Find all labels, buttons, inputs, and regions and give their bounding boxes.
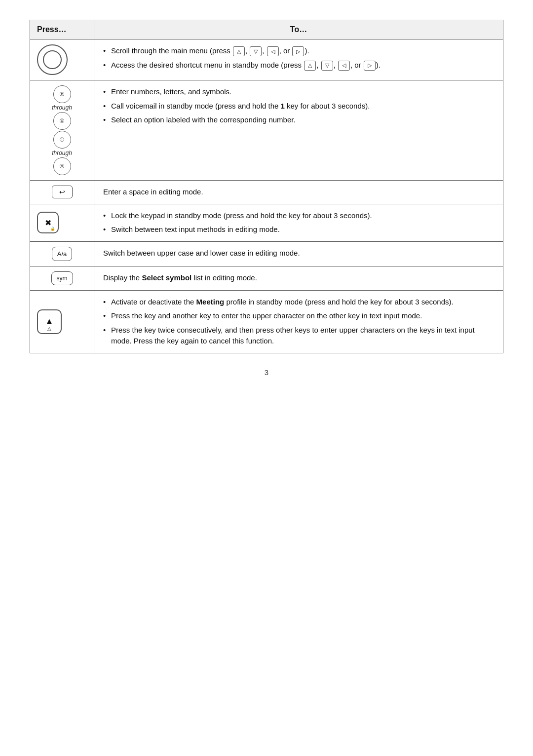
bold-1: 1 xyxy=(281,102,285,110)
press-sym: sym xyxy=(30,266,94,290)
case-description: Switch between upper case and lower case… xyxy=(103,249,300,257)
list-item: Call voicemail in standby mode (press an… xyxy=(103,101,494,112)
lock-key-icon: ✖ 🔒 xyxy=(37,212,59,233)
to-space: Enter a space in editing mode. xyxy=(94,181,503,204)
bold-meeting: Meeting xyxy=(196,298,225,306)
press-case: A/a xyxy=(30,241,94,266)
nav-circle-icon xyxy=(37,44,68,75)
key-star: ⓘ xyxy=(53,131,71,149)
press-numeric: ⓑ through ⓒ ⓘ through ⓢ xyxy=(30,80,94,181)
press-space: ↩ xyxy=(30,181,94,204)
shift-key-icon: ▲ △ xyxy=(37,309,62,334)
page-number: 3 xyxy=(265,368,268,377)
list-item: Activate or deactivate the Meeting profi… xyxy=(103,297,494,308)
reference-table: Press… To… Scroll through the main menu … xyxy=(30,20,503,353)
sym-description: Display the Select symbol list in editin… xyxy=(103,273,257,282)
header-press: Press… xyxy=(30,20,94,39)
through-label-bot: through xyxy=(52,150,72,156)
case-key-icon: A/a xyxy=(52,247,73,261)
table-row: ▲ △ Activate or deactivate the Meeting p… xyxy=(30,290,503,353)
list-item: Press the key and another key to enter t… xyxy=(103,310,494,322)
press-lock: ✖ 🔒 xyxy=(30,204,94,241)
table-row: sym Display the Select symbol list in ed… xyxy=(30,266,503,290)
page-wrapper: Press… To… Scroll through the main menu … xyxy=(30,20,503,736)
table-row: ↩ Enter a space in editing mode. xyxy=(30,181,503,204)
to-lock: Lock the keypad in standby mode (press a… xyxy=(94,204,503,241)
list-item: Select an option labeled with the corres… xyxy=(103,114,494,126)
shift-bullet-list: Activate or deactivate the Meeting profi… xyxy=(103,297,494,347)
list-item: Enter numbers, letters, and symbols. xyxy=(103,86,494,98)
left-arrow-btn2: ◁ xyxy=(338,61,350,71)
through-label-top: through xyxy=(52,104,72,111)
space-key-icon: ↩ xyxy=(52,186,73,198)
sym-key-icon: sym xyxy=(51,271,73,285)
space-description: Enter a space in editing mode. xyxy=(103,188,203,196)
to-numeric: Enter numbers, letters, and symbols. Cal… xyxy=(94,80,503,181)
to-case: Switch between upper case and lower case… xyxy=(94,241,503,266)
down-arrow-btn2: ▽ xyxy=(321,61,333,71)
list-item: Access the desired shortcut menu in stan… xyxy=(103,60,494,71)
key-9: ⓒ xyxy=(53,112,71,130)
right-arrow-btn: ▷ xyxy=(292,46,304,56)
right-arrow-btn2: ▷ xyxy=(364,61,376,71)
shift-sub: △ xyxy=(47,326,51,331)
lock-symbol: ✖ xyxy=(45,218,51,227)
up-arrow-btn2: △ xyxy=(304,61,316,71)
table-row: A/a Switch between upper case and lower … xyxy=(30,241,503,266)
nav-bullet-list: Scroll through the main menu (press △, ▽… xyxy=(103,45,494,71)
press-nav-circle xyxy=(30,39,94,80)
to-nav: Scroll through the main menu (press △, ▽… xyxy=(94,39,503,80)
table-row: Scroll through the main menu (press △, ▽… xyxy=(30,39,503,80)
down-arrow-btn: ▽ xyxy=(250,46,262,56)
list-item: Press the key twice consecutively, and t… xyxy=(103,325,494,347)
bold-select-symbol: Select symbol xyxy=(142,273,191,282)
to-sym: Display the Select symbol list in editin… xyxy=(94,266,503,290)
nav-inner-circle xyxy=(43,50,62,69)
table-row: ⓑ through ⓒ ⓘ through ⓢ Enter numbers, l… xyxy=(30,80,503,181)
up-arrow-btn: △ xyxy=(233,46,245,56)
left-arrow-btn: ◁ xyxy=(267,46,279,56)
to-shift: Activate or deactivate the Meeting profi… xyxy=(94,290,503,353)
header-to: To… xyxy=(94,20,503,39)
press-shift: ▲ △ xyxy=(30,290,94,353)
lock-bullet-list: Lock the keypad in standby mode (press a… xyxy=(103,210,494,235)
key-1: ⓑ xyxy=(53,85,71,103)
list-item: Lock the keypad in standby mode (press a… xyxy=(103,210,494,222)
key-0: ⓢ xyxy=(53,157,71,175)
list-item: Scroll through the main menu (press △, ▽… xyxy=(103,45,494,57)
numeric-group: ⓑ through ⓒ ⓘ through ⓢ xyxy=(37,85,87,175)
numeric-bullet-list: Enter numbers, letters, and symbols. Cal… xyxy=(103,86,494,126)
table-row: ✖ 🔒 Lock the keypad in standby mode (pre… xyxy=(30,204,503,241)
lock-sub: 🔒 xyxy=(50,227,55,231)
list-item: Switch between text input methods in edi… xyxy=(103,224,494,235)
